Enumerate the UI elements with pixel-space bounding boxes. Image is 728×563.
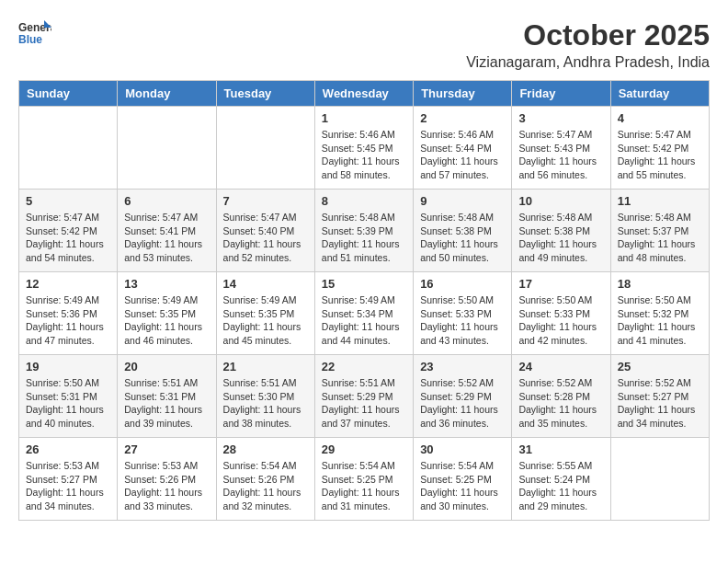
day-cell: 25Sunrise: 5:52 AM Sunset: 5:27 PM Dayli… bbox=[610, 355, 709, 438]
day-info: Sunrise: 5:54 AM Sunset: 5:26 PM Dayligh… bbox=[223, 459, 308, 513]
day-cell: 17Sunrise: 5:50 AM Sunset: 5:33 PM Dayli… bbox=[512, 272, 610, 355]
day-cell: 3Sunrise: 5:47 AM Sunset: 5:43 PM Daylig… bbox=[512, 107, 610, 190]
day-cell bbox=[610, 438, 709, 521]
day-cell: 11Sunrise: 5:48 AM Sunset: 5:37 PM Dayli… bbox=[610, 190, 709, 272]
day-number: 31 bbox=[518, 442, 603, 456]
day-info: Sunrise: 5:48 AM Sunset: 5:37 PM Dayligh… bbox=[618, 211, 702, 265]
header-sunday: Sunday bbox=[19, 81, 118, 107]
day-info: Sunrise: 5:48 AM Sunset: 5:39 PM Dayligh… bbox=[322, 211, 406, 265]
day-cell: 23Sunrise: 5:52 AM Sunset: 5:29 PM Dayli… bbox=[414, 355, 512, 438]
day-cell: 21Sunrise: 5:51 AM Sunset: 5:30 PM Dayli… bbox=[216, 355, 314, 438]
header-saturday: Saturday bbox=[610, 81, 709, 107]
day-number: 4 bbox=[618, 111, 702, 125]
calendar-table: SundayMondayTuesdayWednesdayThursdayFrid… bbox=[18, 80, 710, 521]
day-cell: 18Sunrise: 5:50 AM Sunset: 5:32 PM Dayli… bbox=[610, 272, 709, 355]
day-number: 22 bbox=[322, 360, 406, 373]
day-cell: 7Sunrise: 5:47 AM Sunset: 5:40 PM Daylig… bbox=[216, 190, 314, 272]
week-row-1: 1Sunrise: 5:46 AM Sunset: 5:45 PM Daylig… bbox=[19, 107, 710, 190]
day-number: 3 bbox=[518, 111, 603, 125]
logo-icon: General Blue bbox=[18, 18, 51, 46]
week-row-2: 5Sunrise: 5:47 AM Sunset: 5:42 PM Daylig… bbox=[19, 190, 710, 272]
svg-text:Blue: Blue bbox=[18, 33, 42, 46]
day-number: 2 bbox=[420, 111, 505, 125]
day-number: 7 bbox=[223, 194, 308, 208]
day-cell: 2Sunrise: 5:46 AM Sunset: 5:44 PM Daylig… bbox=[414, 107, 512, 190]
header-row: SundayMondayTuesdayWednesdayThursdayFrid… bbox=[19, 81, 710, 107]
day-cell: 6Sunrise: 5:47 AM Sunset: 5:41 PM Daylig… bbox=[118, 190, 216, 272]
day-number: 30 bbox=[420, 442, 505, 456]
day-number: 19 bbox=[26, 360, 110, 373]
day-info: Sunrise: 5:46 AM Sunset: 5:44 PM Dayligh… bbox=[420, 128, 505, 182]
day-number: 20 bbox=[124, 360, 209, 373]
day-number: 16 bbox=[420, 277, 505, 291]
day-info: Sunrise: 5:51 AM Sunset: 5:30 PM Dayligh… bbox=[223, 376, 308, 431]
day-info: Sunrise: 5:54 AM Sunset: 5:25 PM Dayligh… bbox=[322, 459, 406, 513]
day-info: Sunrise: 5:50 AM Sunset: 5:32 PM Dayligh… bbox=[618, 293, 702, 348]
page-header: General Blue October 2025 Vizianagaram, … bbox=[18, 18, 710, 71]
day-cell bbox=[118, 107, 216, 190]
header-wednesday: Wednesday bbox=[314, 81, 413, 107]
day-number: 25 bbox=[618, 360, 702, 373]
day-cell: 20Sunrise: 5:51 AM Sunset: 5:31 PM Dayli… bbox=[118, 355, 216, 438]
day-number: 23 bbox=[420, 360, 505, 373]
day-number: 27 bbox=[124, 442, 209, 456]
day-cell: 15Sunrise: 5:49 AM Sunset: 5:34 PM Dayli… bbox=[314, 272, 413, 355]
day-info: Sunrise: 5:52 AM Sunset: 5:28 PM Dayligh… bbox=[518, 376, 603, 431]
title-area: October 2025 Vizianagaram, Andhra Prades… bbox=[466, 18, 710, 71]
day-info: Sunrise: 5:53 AM Sunset: 5:27 PM Dayligh… bbox=[26, 459, 110, 513]
day-number: 28 bbox=[223, 442, 308, 456]
day-info: Sunrise: 5:47 AM Sunset: 5:41 PM Dayligh… bbox=[124, 211, 209, 265]
logo: General Blue bbox=[18, 18, 51, 46]
day-cell bbox=[216, 107, 314, 190]
day-number: 24 bbox=[518, 360, 603, 373]
day-number: 11 bbox=[618, 194, 702, 208]
day-cell: 13Sunrise: 5:49 AM Sunset: 5:35 PM Dayli… bbox=[118, 272, 216, 355]
day-info: Sunrise: 5:53 AM Sunset: 5:26 PM Dayligh… bbox=[124, 459, 209, 513]
day-cell: 14Sunrise: 5:49 AM Sunset: 5:35 PM Dayli… bbox=[216, 272, 314, 355]
day-number: 17 bbox=[518, 277, 603, 291]
day-cell: 31Sunrise: 5:55 AM Sunset: 5:24 PM Dayli… bbox=[512, 438, 610, 521]
day-cell: 12Sunrise: 5:49 AM Sunset: 5:36 PM Dayli… bbox=[19, 272, 118, 355]
day-info: Sunrise: 5:55 AM Sunset: 5:24 PM Dayligh… bbox=[518, 459, 603, 513]
day-info: Sunrise: 5:49 AM Sunset: 5:35 PM Dayligh… bbox=[124, 293, 209, 348]
week-row-4: 19Sunrise: 5:50 AM Sunset: 5:31 PM Dayli… bbox=[19, 355, 710, 438]
day-info: Sunrise: 5:49 AM Sunset: 5:34 PM Dayligh… bbox=[322, 293, 406, 348]
day-number: 14 bbox=[223, 277, 308, 291]
day-cell: 30Sunrise: 5:54 AM Sunset: 5:25 PM Dayli… bbox=[414, 438, 512, 521]
day-info: Sunrise: 5:47 AM Sunset: 5:42 PM Dayligh… bbox=[26, 211, 110, 265]
day-number: 5 bbox=[26, 194, 110, 208]
day-info: Sunrise: 5:50 AM Sunset: 5:33 PM Dayligh… bbox=[420, 293, 505, 348]
location-title: Vizianagaram, Andhra Pradesh, India bbox=[466, 54, 710, 71]
day-number: 29 bbox=[322, 442, 406, 456]
day-number: 8 bbox=[322, 194, 406, 208]
header-friday: Friday bbox=[512, 81, 610, 107]
day-cell: 1Sunrise: 5:46 AM Sunset: 5:45 PM Daylig… bbox=[314, 107, 413, 190]
day-cell: 9Sunrise: 5:48 AM Sunset: 5:38 PM Daylig… bbox=[414, 190, 512, 272]
header-tuesday: Tuesday bbox=[216, 81, 314, 107]
day-number: 10 bbox=[518, 194, 603, 208]
day-cell: 26Sunrise: 5:53 AM Sunset: 5:27 PM Dayli… bbox=[19, 438, 118, 521]
day-info: Sunrise: 5:47 AM Sunset: 5:42 PM Dayligh… bbox=[618, 128, 702, 182]
day-info: Sunrise: 5:50 AM Sunset: 5:31 PM Dayligh… bbox=[26, 376, 110, 431]
day-cell: 29Sunrise: 5:54 AM Sunset: 5:25 PM Dayli… bbox=[314, 438, 413, 521]
month-title: October 2025 bbox=[466, 18, 710, 52]
day-number: 26 bbox=[26, 442, 110, 456]
day-info: Sunrise: 5:52 AM Sunset: 5:27 PM Dayligh… bbox=[618, 376, 702, 431]
day-info: Sunrise: 5:54 AM Sunset: 5:25 PM Dayligh… bbox=[420, 459, 505, 513]
day-number: 9 bbox=[420, 194, 505, 208]
day-number: 13 bbox=[124, 277, 209, 291]
day-cell: 8Sunrise: 5:48 AM Sunset: 5:39 PM Daylig… bbox=[314, 190, 413, 272]
day-number: 6 bbox=[124, 194, 209, 208]
day-info: Sunrise: 5:50 AM Sunset: 5:33 PM Dayligh… bbox=[518, 293, 603, 348]
day-cell: 22Sunrise: 5:51 AM Sunset: 5:29 PM Dayli… bbox=[314, 355, 413, 438]
day-info: Sunrise: 5:48 AM Sunset: 5:38 PM Dayligh… bbox=[518, 211, 603, 265]
day-number: 1 bbox=[322, 111, 406, 125]
day-cell: 5Sunrise: 5:47 AM Sunset: 5:42 PM Daylig… bbox=[19, 190, 118, 272]
day-cell: 16Sunrise: 5:50 AM Sunset: 5:33 PM Dayli… bbox=[414, 272, 512, 355]
day-info: Sunrise: 5:51 AM Sunset: 5:29 PM Dayligh… bbox=[322, 376, 406, 431]
day-cell: 28Sunrise: 5:54 AM Sunset: 5:26 PM Dayli… bbox=[216, 438, 314, 521]
day-cell: 27Sunrise: 5:53 AM Sunset: 5:26 PM Dayli… bbox=[118, 438, 216, 521]
day-number: 12 bbox=[26, 277, 110, 291]
day-cell: 4Sunrise: 5:47 AM Sunset: 5:42 PM Daylig… bbox=[610, 107, 709, 190]
header-thursday: Thursday bbox=[414, 81, 512, 107]
